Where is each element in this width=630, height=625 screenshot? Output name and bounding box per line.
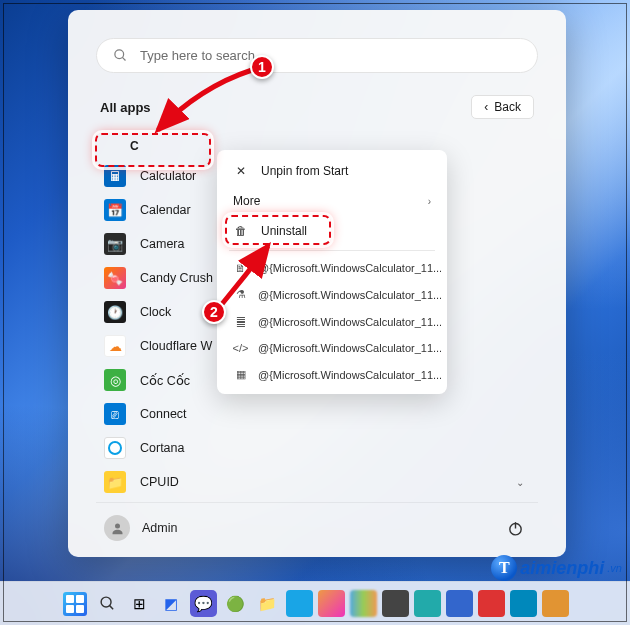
app-label: Camera xyxy=(140,237,184,251)
back-label: Back xyxy=(494,100,521,114)
svg-point-2 xyxy=(115,523,120,528)
svg-point-0 xyxy=(115,50,124,59)
flask-icon: ⚗ xyxy=(233,288,248,301)
document-icon: 🗎 xyxy=(233,262,248,274)
app-label: Calendar xyxy=(140,203,191,217)
calculator-icon: 🖩 xyxy=(104,165,126,187)
taskbar-app-button[interactable] xyxy=(286,590,313,617)
svg-line-6 xyxy=(109,606,113,610)
camera-icon: 📷 xyxy=(104,233,126,255)
start-footer: Admin xyxy=(96,502,538,543)
context-related-item[interactable]: ▦@{Microsoft.WindowsCalculator_11... xyxy=(223,361,441,388)
app-label: Calculator xyxy=(140,169,196,183)
coccoc-icon: ◎ xyxy=(104,369,126,391)
taskbar-app-button[interactable] xyxy=(542,590,569,617)
candy-crush-icon: 🍬 xyxy=(104,267,126,289)
taskbar-app-button[interactable] xyxy=(446,590,473,617)
power-icon xyxy=(507,520,524,537)
context-label: More xyxy=(233,194,260,208)
app-label: Connect xyxy=(140,407,187,421)
context-related-item[interactable]: </>@{Microsoft.WindowsCalculator_11... xyxy=(223,335,441,361)
taskbar-explorer-button[interactable]: 📁 xyxy=(254,590,281,617)
folder-icon: 📁 xyxy=(104,471,126,493)
app-label: CPUID xyxy=(140,475,179,489)
taskbar-app-button[interactable] xyxy=(382,590,409,617)
app-label: Cốc Cốc xyxy=(140,373,190,388)
date-icon: ▦ xyxy=(233,368,248,381)
context-uninstall[interactable]: 🗑 Uninstall xyxy=(223,216,441,246)
app-label: Clock xyxy=(140,305,171,319)
avatar-icon xyxy=(104,515,130,541)
user-name: Admin xyxy=(142,521,177,535)
apps-header-row: All apps ‹ Back xyxy=(100,95,534,119)
taskbar-app-button[interactable] xyxy=(478,590,505,617)
search-icon xyxy=(113,48,128,63)
unpin-icon: ✕ xyxy=(233,164,249,178)
trash-icon: 🗑 xyxy=(233,224,249,238)
taskbar: ⊞ ◩ 💬 🟢 📁 xyxy=(0,581,630,625)
power-button[interactable] xyxy=(500,513,530,543)
chevron-left-icon: ‹ xyxy=(484,100,488,114)
context-menu: ✕ Unpin from Start More › 🗑 Uninstall 🗎@… xyxy=(217,150,447,394)
context-label: Unpin from Start xyxy=(261,164,348,178)
svg-line-1 xyxy=(122,57,125,60)
context-unpin[interactable]: ✕ Unpin from Start xyxy=(223,156,441,186)
app-item-cortana[interactable]: Cortana xyxy=(98,431,538,465)
calendar-icon: 📅 xyxy=(104,199,126,221)
watermark-badge: T xyxy=(491,555,517,581)
cloudflare-icon: ☁ xyxy=(104,335,126,357)
context-related-item[interactable]: ䷀@{Microsoft.WindowsCalculator_11... xyxy=(223,308,441,335)
annotation-callout-1: 1 xyxy=(250,55,274,79)
back-button[interactable]: ‹ Back xyxy=(471,95,534,119)
taskbar-app-button[interactable] xyxy=(510,590,537,617)
connect-icon: ⎚ xyxy=(104,403,126,425)
chevron-right-icon: › xyxy=(428,196,431,207)
code-icon: </> xyxy=(233,342,248,354)
app-item-connect[interactable]: ⎚ Connect xyxy=(98,397,538,431)
taskbar-app-button[interactable] xyxy=(350,590,377,617)
app-label: Cortana xyxy=(140,441,184,455)
taskbar-widgets-button[interactable]: ◩ xyxy=(158,590,185,617)
clock-icon: 🕐 xyxy=(104,301,126,323)
app-label: Cloudflare W xyxy=(140,339,212,353)
all-apps-title: All apps xyxy=(100,100,151,115)
watermark: T aimienphi.vn xyxy=(491,555,622,581)
user-account-button[interactable]: Admin xyxy=(104,515,177,541)
taskbar-chat-button[interactable]: 💬 xyxy=(190,590,217,617)
taskbar-app-button[interactable] xyxy=(414,590,441,617)
cortana-icon xyxy=(104,437,126,459)
context-label: Uninstall xyxy=(261,224,307,238)
search-placeholder: Type here to search xyxy=(140,48,255,63)
taskbar-taskview-button[interactable]: ⊞ xyxy=(126,590,153,617)
context-separator xyxy=(229,250,435,251)
taskbar-app-button[interactable] xyxy=(318,590,345,617)
annotation-callout-2: 2 xyxy=(202,300,226,324)
taskbar-search-button[interactable] xyxy=(94,590,121,617)
graph-icon: ䷀ xyxy=(233,315,248,328)
svg-point-5 xyxy=(101,597,111,607)
context-more[interactable]: More › xyxy=(223,186,441,216)
search-box[interactable]: Type here to search xyxy=(96,38,538,73)
chevron-down-icon: ⌄ xyxy=(516,477,524,488)
app-item-cpuid[interactable]: 📁 CPUID ⌄ xyxy=(98,465,538,498)
taskbar-chrome-button[interactable]: 🟢 xyxy=(222,590,249,617)
context-related-item[interactable]: ⚗@{Microsoft.WindowsCalculator_11... xyxy=(223,281,441,308)
taskbar-start-button[interactable] xyxy=(62,590,89,617)
context-related-item[interactable]: 🗎@{Microsoft.WindowsCalculator_11... xyxy=(223,255,441,281)
